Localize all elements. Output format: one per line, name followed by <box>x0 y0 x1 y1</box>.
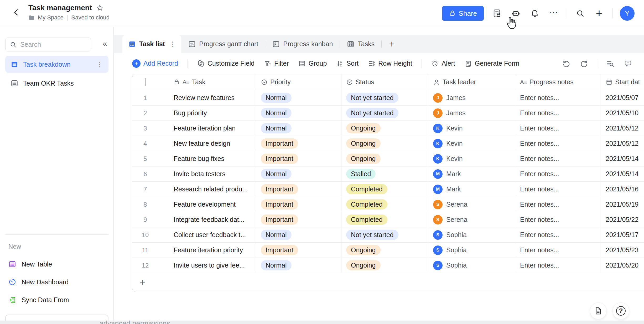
task-cell[interactable]: Review new features <box>171 90 256 105</box>
task-leader-cell[interactable]: KKevin <box>428 151 515 166</box>
status-cell[interactable]: Completed <box>341 197 428 212</box>
task-leader-cell[interactable]: KKevin <box>428 136 515 151</box>
start-date-cell[interactable]: 2021/05/20 <box>601 258 644 273</box>
status-cell[interactable]: Ongoing <box>341 136 428 151</box>
column-header-task[interactable]: A≡ Task <box>171 74 256 90</box>
select-all-checkbox[interactable] <box>145 78 146 86</box>
priority-cell[interactable]: Important <box>256 182 341 197</box>
more-icon[interactable]: ··· <box>548 8 559 19</box>
task-cell[interactable]: Bug priority <box>171 106 256 121</box>
avatar[interactable]: Y <box>620 6 635 21</box>
add-record-button[interactable]: + Add Record <box>132 59 178 68</box>
priority-cell[interactable]: Normal <box>256 90 341 105</box>
status-cell[interactable]: Not yet started <box>341 90 428 105</box>
task-leader-cell[interactable]: MMark <box>428 182 515 197</box>
redo-icon[interactable] <box>579 59 589 69</box>
table-row[interactable]: 1Review new featuresNormalNot yet starte… <box>132 90 644 106</box>
task-cell[interactable]: Feature iteration plan <box>171 121 256 136</box>
table-row[interactable]: 8Feature developmentImportantCompletedSS… <box>132 197 644 212</box>
task-cell[interactable]: Research related produ... <box>171 182 256 197</box>
status-cell[interactable]: Ongoing <box>341 151 428 166</box>
table-row[interactable]: 6Invite beta testersNormalStalledMMarkEn… <box>132 166 644 182</box>
search-icon[interactable] <box>574 8 586 19</box>
new-dashboard-button[interactable]: New Dashboard <box>8 275 108 289</box>
task-cell[interactable]: Invite beta testers <box>171 166 256 181</box>
table-row[interactable]: 12Invite users to give fee...NormalOngoi… <box>132 258 644 273</box>
add-row-button[interactable]: + <box>132 273 644 291</box>
start-date-cell[interactable]: 2021/05/23 <box>601 243 644 258</box>
status-cell[interactable]: Not yet started <box>341 106 428 121</box>
task-leader-cell[interactable]: SSerena <box>428 197 515 212</box>
task-leader-cell[interactable]: SSophia <box>428 258 515 273</box>
task-leader-cell[interactable]: JJames <box>428 106 515 121</box>
table-row[interactable]: 4New feature designImportantOngoingKKevi… <box>132 136 644 151</box>
start-date-cell[interactable]: 2021/05/16 <box>601 182 644 197</box>
tab-progress-kanban[interactable]: Progress kanban <box>265 35 340 53</box>
task-leader-cell[interactable]: JJames <box>428 90 515 105</box>
start-date-cell[interactable]: 2021/05/19 <box>601 197 644 212</box>
progress-notes-cell[interactable]: Enter notes... <box>515 227 601 242</box>
add-view-button[interactable]: + <box>382 39 402 50</box>
document-fab-button[interactable] <box>590 302 607 319</box>
collapse-sidebar-icon[interactable]: « <box>103 39 107 48</box>
start-date-cell[interactable]: 2021/05/12 <box>601 136 644 151</box>
task-cell[interactable]: Feature development <box>171 197 256 212</box>
task-cell[interactable]: Invite users to give fee... <box>171 258 256 273</box>
priority-cell[interactable]: Normal <box>256 227 341 242</box>
generate-form-button[interactable]: Generate Form <box>465 60 520 67</box>
start-date-cell[interactable]: 2021/05/17 <box>601 227 644 242</box>
notifications-bell-icon[interactable] <box>529 8 541 19</box>
task-leader-cell[interactable]: KKevin <box>428 121 515 136</box>
back-button[interactable] <box>11 7 22 18</box>
task-leader-cell[interactable]: SSophia <box>428 243 515 258</box>
progress-notes-cell[interactable]: Enter notes... <box>515 243 601 258</box>
start-date-cell[interactable]: 2021/05/22 <box>601 212 644 227</box>
customize-field-button[interactable]: Customize Field <box>197 60 255 67</box>
priority-cell[interactable]: Normal <box>256 258 341 273</box>
task-leader-cell[interactable]: MMark <box>428 166 515 181</box>
progress-notes-cell[interactable]: Enter notes... <box>515 166 601 181</box>
status-cell[interactable]: Ongoing <box>341 243 428 258</box>
table-row[interactable]: 11Feature iteration priorityImportantOng… <box>132 243 644 258</box>
priority-cell[interactable]: Important <box>256 136 341 151</box>
tab-progress-gantt-chart[interactable]: Progress gantt chart <box>181 35 265 53</box>
share-button[interactable]: Share <box>442 6 484 21</box>
tab-tasks[interactable]: Tasks <box>340 35 381 53</box>
column-header-task-leader[interactable]: Task leader <box>428 74 515 90</box>
progress-notes-cell[interactable]: Enter notes... <box>515 182 601 197</box>
task-cell[interactable]: Collect user feedback t... <box>171 227 256 242</box>
progress-notes-cell[interactable]: Enter notes... <box>515 258 601 273</box>
priority-cell[interactable]: Important <box>256 197 341 212</box>
column-header-progress-notes[interactable]: A≡ Progress notes <box>515 74 601 90</box>
progress-notes-cell[interactable]: Enter notes... <box>515 106 601 121</box>
priority-cell[interactable]: Normal <box>256 106 341 121</box>
column-header-start-date[interactable]: Start dat <box>601 74 644 90</box>
table-row[interactable]: 7Research related produ...ImportantCompl… <box>132 182 644 197</box>
comment-icon[interactable] <box>623 59 633 69</box>
progress-notes-cell[interactable]: Enter notes... <box>515 121 601 136</box>
priority-cell[interactable]: Normal <box>256 121 341 136</box>
status-cell[interactable]: Ongoing <box>341 258 428 273</box>
alert-button[interactable]: Alert <box>431 60 455 67</box>
tab-task-list[interactable]: Task list ⋮ <box>122 35 181 53</box>
priority-cell[interactable]: Important <box>256 212 341 227</box>
start-date-cell[interactable]: 2021/05/07 <box>601 90 644 105</box>
priority-cell[interactable]: Important <box>256 243 341 258</box>
sort-button[interactable]: AZ Sort <box>336 60 359 67</box>
priority-cell[interactable]: Important <box>256 151 341 166</box>
status-cell[interactable]: Stalled <box>341 166 428 181</box>
row-height-button[interactable]: Row Height <box>368 60 412 67</box>
table-row[interactable]: 10Collect user feedback t...NormalNot ye… <box>132 227 644 243</box>
search-records-icon[interactable] <box>605 59 615 69</box>
progress-notes-cell[interactable]: Enter notes... <box>515 136 601 151</box>
sidebar-item-task-breakdown[interactable]: Task breakdown ⋮ <box>5 56 108 73</box>
task-cell[interactable]: Feature iteration priority <box>171 243 256 258</box>
start-date-cell[interactable]: 2021/05/12 <box>601 121 644 136</box>
permissions-icon[interactable] <box>491 8 503 19</box>
status-cell[interactable]: Completed <box>341 182 428 197</box>
task-leader-cell[interactable]: SSerena <box>428 212 515 227</box>
star-icon[interactable] <box>96 4 103 12</box>
task-cell[interactable]: Feature bug fixes <box>171 151 256 166</box>
add-icon[interactable]: + <box>593 8 605 19</box>
group-button[interactable]: Group <box>298 60 327 67</box>
